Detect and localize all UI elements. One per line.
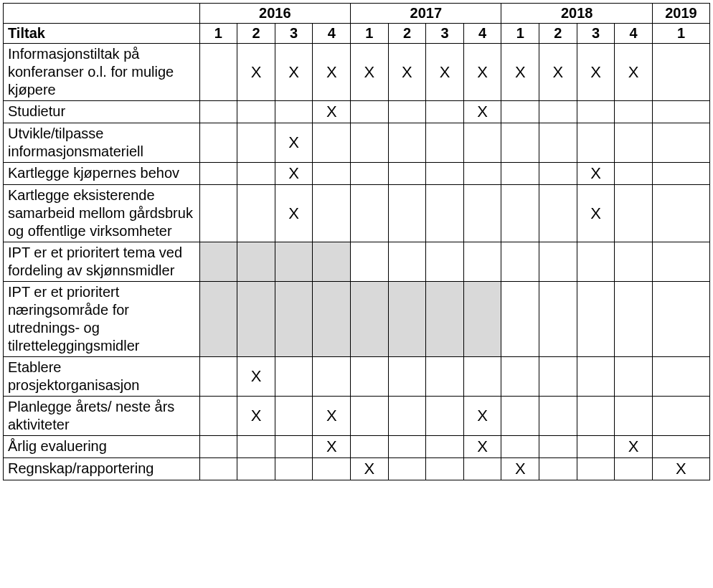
cell [652, 357, 709, 397]
q-header: 1 [351, 24, 389, 44]
table-row: Informasjonstiltak på konferanser o.l. f… [4, 44, 710, 101]
cell [463, 242, 501, 282]
cell [275, 357, 313, 397]
cell [388, 242, 426, 282]
row-label: IPT er et prioritert tema ved fordeling … [4, 242, 200, 282]
cell [237, 123, 275, 163]
header-corner [4, 4, 200, 24]
cell [237, 185, 275, 242]
cell [577, 436, 615, 458]
cell [426, 163, 464, 185]
cell [501, 123, 539, 163]
cell [501, 282, 539, 357]
cell: X [577, 185, 615, 242]
cell: X [463, 44, 501, 101]
cell [426, 397, 464, 436]
cell [652, 436, 709, 458]
cell: X [501, 44, 539, 101]
table-row: StudieturXX [4, 101, 710, 123]
q-header: 3 [275, 24, 313, 44]
cell [539, 436, 577, 458]
cell [388, 123, 426, 163]
cell [351, 123, 389, 163]
cell [577, 101, 615, 123]
cell [199, 44, 237, 101]
table-row: Planlegge årets/ neste års aktiviteterXX… [4, 397, 710, 436]
cell: X [652, 458, 709, 480]
q-header: 3 [426, 24, 464, 44]
cell [388, 397, 426, 436]
cell: X [351, 44, 389, 101]
cell [501, 163, 539, 185]
cell [388, 458, 426, 480]
cell [388, 436, 426, 458]
cell [351, 282, 389, 357]
row-label: Regnskap/rapportering [4, 458, 200, 480]
table-header: 2016 2017 2018 2019 Tiltak 1 2 3 4 1 2 3… [4, 4, 710, 44]
row-label: Studietur [4, 101, 200, 123]
cell [463, 123, 501, 163]
table-row: Utvikle/tilpasse informasjonsmateriellX [4, 123, 710, 163]
row-label: Informasjonstiltak på konferanser o.l. f… [4, 44, 200, 101]
row-label: Kartlegge kjøpernes behov [4, 163, 200, 185]
cell [351, 101, 389, 123]
cell [199, 357, 237, 397]
year-header-2019: 2019 [652, 4, 709, 24]
cell [199, 163, 237, 185]
cell [351, 357, 389, 397]
cell [199, 242, 237, 282]
cell: X [275, 163, 313, 185]
cell [199, 458, 237, 480]
cell [615, 101, 653, 123]
cell [199, 282, 237, 357]
cell [463, 185, 501, 242]
q-header: 4 [313, 24, 351, 44]
row-label: Årlig evaluering [4, 436, 200, 458]
cell [388, 163, 426, 185]
year-header-2018: 2018 [501, 4, 652, 24]
cell: X [237, 44, 275, 101]
cell: X [275, 123, 313, 163]
cell [313, 357, 351, 397]
tiltak-table: 2016 2017 2018 2019 Tiltak 1 2 3 4 1 2 3… [3, 3, 710, 480]
cell [426, 242, 464, 282]
year-header-2017: 2017 [351, 4, 501, 24]
cell [426, 123, 464, 163]
cell [275, 397, 313, 436]
cell: X [463, 101, 501, 123]
cell [237, 101, 275, 123]
cell [501, 357, 539, 397]
cell [501, 185, 539, 242]
table-row: Kartlegge eksisterende samarbeid mellom … [4, 185, 710, 242]
cell: X [275, 185, 313, 242]
cell [237, 436, 275, 458]
cell [652, 397, 709, 436]
cell: X [388, 44, 426, 101]
q-header: 1 [501, 24, 539, 44]
cell [426, 282, 464, 357]
cell [275, 282, 313, 357]
cell [313, 458, 351, 480]
row-label: IPT er et prioritert næringsområde for u… [4, 282, 200, 357]
cell [577, 397, 615, 436]
tiltak-header: Tiltak [4, 24, 200, 44]
cell [539, 357, 577, 397]
q-header: 2 [388, 24, 426, 44]
cell [615, 242, 653, 282]
cell [539, 242, 577, 282]
q-header: 4 [463, 24, 501, 44]
cell [577, 357, 615, 397]
cell [351, 242, 389, 282]
cell [388, 101, 426, 123]
cell [463, 163, 501, 185]
cell: X [313, 436, 351, 458]
cell [237, 282, 275, 357]
row-label: Planlegge årets/ neste års aktiviteter [4, 397, 200, 436]
row-label: Kartlegge eksisterende samarbeid mellom … [4, 185, 200, 242]
cell [388, 185, 426, 242]
q-header: 2 [539, 24, 577, 44]
cell [615, 123, 653, 163]
cell [615, 357, 653, 397]
cell [275, 101, 313, 123]
q-header: 1 [652, 24, 709, 44]
